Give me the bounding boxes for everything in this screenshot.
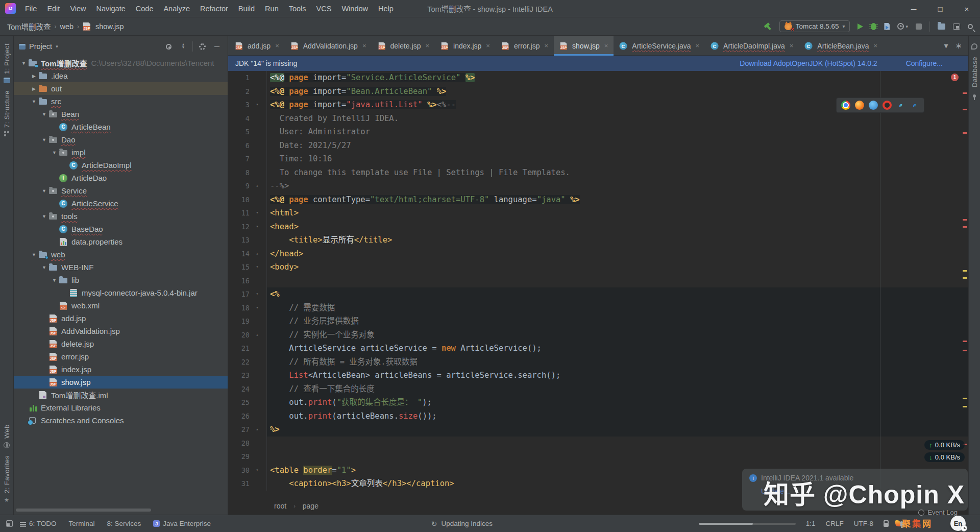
sidebar-item-2-favorites[interactable]: 2: Favorites★	[0, 455, 13, 503]
minimize-button[interactable]: ─	[900, 0, 927, 17]
tree-item-error-jsp[interactable]: JSPerror.jsp	[14, 350, 228, 363]
status-item-utf-8[interactable]: UTF-8	[854, 520, 873, 527]
chevron-expanded-icon[interactable]: ▼	[50, 150, 59, 155]
close-icon[interactable]: ×	[362, 42, 366, 50]
fold-marker-icon[interactable]: ▾	[250, 260, 265, 274]
menu-edit[interactable]: Edit	[42, 5, 65, 13]
tree-item-bean[interactable]: ▼Bean	[14, 108, 228, 120]
chevron-expanded-icon[interactable]: ▼	[39, 265, 49, 270]
close-button[interactable]: ×	[953, 0, 980, 17]
chevron-down-icon[interactable]: ▾	[56, 44, 58, 49]
close-icon[interactable]: ×	[275, 42, 279, 50]
tree-item-articledaoimpl[interactable]: CArticleDaoImpl	[14, 159, 228, 172]
chevron-expanded-icon[interactable]: ▼	[29, 99, 39, 104]
breadcrumb-item-web[interactable]: web	[60, 22, 74, 31]
tab-add-jsp[interactable]: JSPadd.jsp×	[229, 36, 285, 55]
sidebar-item-database[interactable]: Database	[971, 57, 978, 87]
menu-refactor[interactable]: Refactor	[195, 5, 233, 13]
wrench-icon[interactable]	[971, 43, 977, 50]
chrome-browser-icon[interactable]	[841, 101, 850, 110]
fold-marker-icon[interactable]: ▴	[250, 328, 265, 342]
error-stripe[interactable]	[961, 71, 968, 497]
hide-panel-button[interactable]: ─	[214, 43, 219, 50]
tree-item-basedao[interactable]: CBaseDao	[14, 223, 228, 235]
maximize-button[interactable]: □	[927, 0, 953, 17]
breadcrumb-item-show-jsp[interactable]: show.jsp	[95, 22, 124, 31]
run-configuration-select[interactable]: × Tomcat 8.5.65 ▾	[779, 20, 850, 32]
project-panel-title[interactable]: Project	[29, 42, 52, 51]
run-with-coverage-button[interactable]	[884, 23, 890, 30]
chevron-expanded-icon[interactable]: ▼	[39, 137, 49, 142]
stop-button[interactable]	[916, 23, 922, 30]
horizontal-scrollbar[interactable]	[16, 509, 151, 512]
sidebar-item-7-structure[interactable]: 7: Structure	[0, 90, 13, 136]
menu-analyze[interactable]: Analyze	[158, 5, 195, 13]
close-icon[interactable]: ×	[604, 42, 608, 50]
fold-marker-icon[interactable]: ▾	[250, 287, 265, 301]
chevron-expanded-icon[interactable]: ▼	[39, 112, 49, 117]
menu-view[interactable]: View	[65, 5, 91, 13]
close-icon[interactable]: ×	[790, 42, 794, 50]
restore-layout-button[interactable]	[953, 23, 960, 30]
chevron-collapsed-icon[interactable]: ▶	[29, 86, 39, 91]
opera-browser-icon[interactable]	[883, 101, 892, 110]
error-count-badge[interactable]: 1	[951, 74, 959, 81]
tree-item-web-inf[interactable]: ▼WEB-INF	[14, 261, 228, 274]
chevron-expanded-icon[interactable]: ▼	[29, 252, 39, 257]
chevron-expanded-icon[interactable]: ▼	[39, 188, 49, 194]
tab-error-jsp[interactable]: JSPerror.jsp×	[496, 36, 554, 55]
status-item-terminal[interactable]: Terminal	[69, 520, 95, 527]
tree-item-mysql-connector-java-5-0-4-bin-jar[interactable]: mysql-connector-java-5.0.4-bin.jar	[14, 286, 228, 299]
status-item-1-1[interactable]: 1:1	[806, 520, 816, 527]
firefox-browser-icon[interactable]	[855, 101, 864, 110]
fold-marker-icon[interactable]: ▾	[250, 220, 265, 234]
toolwindow-button[interactable]	[938, 23, 945, 30]
tree-item-articledao[interactable]: IArticleDao	[14, 172, 228, 184]
tree-item-external-libraries[interactable]: External Libraries	[14, 401, 228, 414]
fold-marker-icon[interactable]: ▴	[250, 423, 265, 437]
tree-item-delete-jsp[interactable]: JSPdelete.jsp	[14, 337, 228, 350]
pin-icon[interactable]	[973, 94, 976, 98]
chevron-expanded-icon[interactable]: ▼	[50, 278, 59, 283]
chevron-collapsed-icon[interactable]: ▶	[29, 74, 39, 79]
chevron-expanded-icon[interactable]: ▼	[19, 61, 29, 66]
close-icon[interactable]: ×	[544, 42, 548, 50]
fold-marker-icon[interactable]: ▴	[250, 247, 265, 261]
status-item-crlf[interactable]: CRLF	[825, 520, 843, 527]
tree-item-dao[interactable]: ▼Dao	[14, 133, 228, 146]
tree-item-add-jsp[interactable]: JSPadd.jsp	[14, 312, 228, 325]
tree-item-service[interactable]: ▼Service	[14, 184, 228, 197]
configure-jdk-link[interactable]: Configure...	[906, 59, 943, 67]
safari-browser-icon[interactable]	[869, 101, 878, 110]
tree-item-show-jsp[interactable]: JSPshow.jsp	[14, 376, 228, 389]
close-icon[interactable]: ×	[425, 42, 429, 50]
tab-index-jsp[interactable]: JSPindex.jsp×	[435, 36, 496, 55]
menu-help[interactable]: Help	[373, 5, 399, 13]
tree-item-articleservice[interactable]: CArticleService	[14, 197, 228, 210]
menu-tools[interactable]: Tools	[284, 5, 311, 13]
tree-item-articlebean[interactable]: CArticleBean	[14, 120, 228, 133]
debug-button[interactable]	[871, 23, 876, 30]
tab-articlebean-java[interactable]: CArticleBean.java×	[799, 36, 883, 55]
tab-addvalidation-jsp[interactable]: JSPAddValidation.jsp×	[285, 36, 372, 55]
locate-file-button[interactable]	[166, 44, 172, 50]
recent-files-icon[interactable]: ∗	[955, 41, 962, 51]
chevron-down-icon[interactable]: ▾	[905, 24, 908, 29]
tree-item-idea[interactable]: ▶.idea	[14, 69, 228, 82]
tree-item-scratches-and-consoles[interactable]: Scratches and Consoles	[14, 414, 228, 427]
fold-marker-icon[interactable]: ▾	[250, 206, 265, 220]
fold-marker-icon[interactable]: ▾	[250, 301, 265, 315]
fold-marker-icon[interactable]: ▾	[250, 464, 265, 477]
tree-item-web[interactable]: ▼web	[14, 248, 228, 261]
edge-browser-icon[interactable]: e	[910, 101, 919, 110]
collapse-all-button[interactable]: ▴▾	[180, 43, 186, 50]
tab-show-jsp[interactable]: JSPshow.jsp×	[554, 36, 614, 55]
tab-articledaoimpl-java[interactable]: CArticleDaoImpl.java×	[705, 36, 799, 55]
chevron-down-icon[interactable]: ▾	[944, 41, 948, 51]
tree-item-index-jsp[interactable]: JSPindex.jsp	[14, 363, 228, 376]
tree-item-data-properties[interactable]: data.properties	[14, 235, 228, 248]
ie-browser-icon[interactable]: e	[896, 101, 905, 110]
tree-item-out[interactable]: ▶out	[14, 82, 228, 95]
tree-item-web-xml[interactable]: <>web.xml	[14, 299, 228, 312]
profiler-button[interactable]	[897, 23, 904, 30]
